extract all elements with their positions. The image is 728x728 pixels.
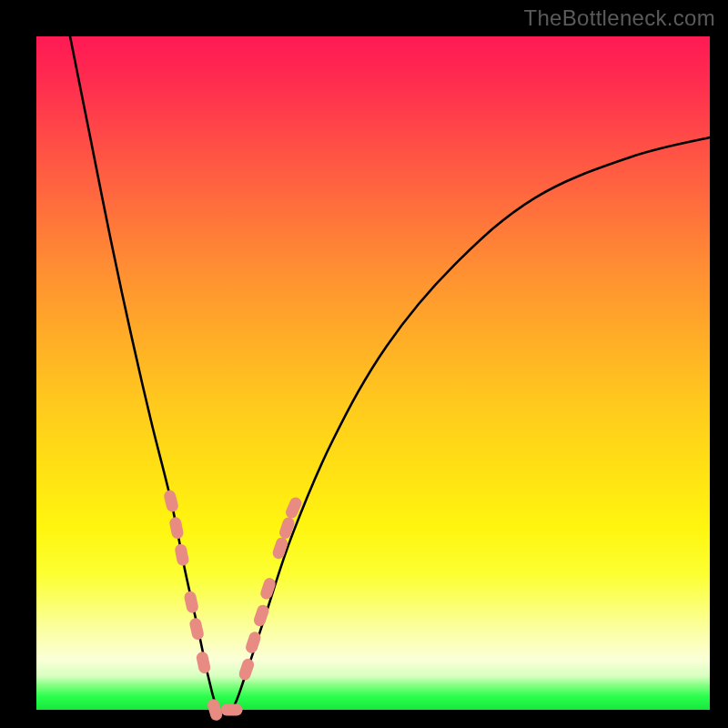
highlight-dot [163,489,179,512]
bottleneck-curve [70,36,710,714]
highlight-dot [168,516,184,540]
chart-overlay [36,36,710,710]
highlight-dot [196,651,212,674]
highlight-dot [174,543,189,567]
highlight-dot [238,657,256,682]
highlight-dot [188,617,205,641]
highlight-dot [278,516,296,541]
highlight-dot [221,704,243,716]
highlight-dot [183,590,199,613]
highlight-dots [163,489,304,722]
watermark-text: TheBottleneck.com [523,5,715,31]
outer-frame: TheBottleneck.com [0,0,728,728]
plot-area [36,36,710,710]
